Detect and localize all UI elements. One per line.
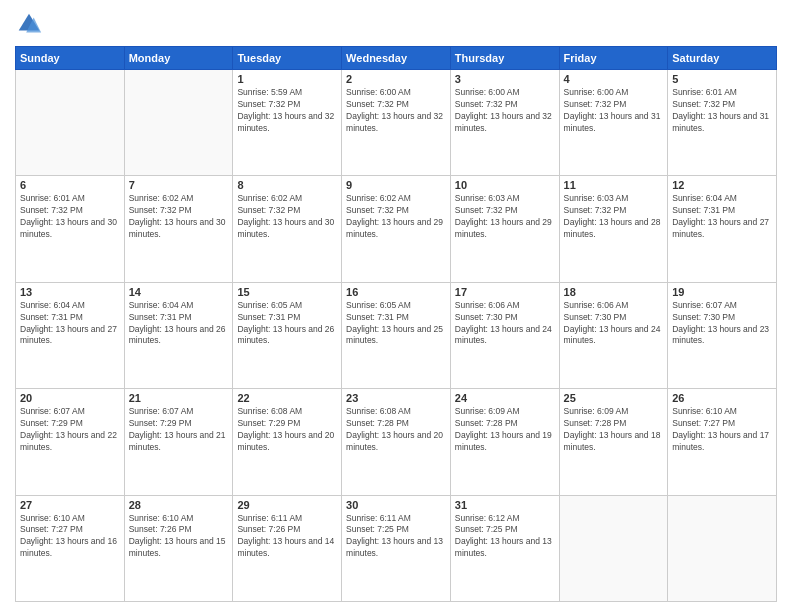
day-number: 9: [346, 179, 446, 191]
calendar-day-cell: [668, 495, 777, 601]
day-info: Sunrise: 6:08 AMSunset: 7:29 PMDaylight:…: [237, 406, 337, 454]
calendar-body: 1Sunrise: 5:59 AMSunset: 7:32 PMDaylight…: [16, 70, 777, 602]
day-info: Sunrise: 6:07 AMSunset: 7:29 PMDaylight:…: [129, 406, 229, 454]
calendar-day-cell: 23Sunrise: 6:08 AMSunset: 7:28 PMDayligh…: [342, 389, 451, 495]
calendar-day-cell: 13Sunrise: 6:04 AMSunset: 7:31 PMDayligh…: [16, 282, 125, 388]
day-number: 8: [237, 179, 337, 191]
day-info: Sunrise: 6:07 AMSunset: 7:29 PMDaylight:…: [20, 406, 120, 454]
day-number: 28: [129, 499, 229, 511]
day-info: Sunrise: 6:05 AMSunset: 7:31 PMDaylight:…: [346, 300, 446, 348]
calendar-day-cell: 15Sunrise: 6:05 AMSunset: 7:31 PMDayligh…: [233, 282, 342, 388]
day-number: 25: [564, 392, 664, 404]
day-number: 19: [672, 286, 772, 298]
calendar-day-cell: [124, 70, 233, 176]
day-info: Sunrise: 6:10 AMSunset: 7:27 PMDaylight:…: [20, 513, 120, 561]
day-number: 18: [564, 286, 664, 298]
weekday-header: Thursday: [450, 47, 559, 70]
calendar-day-cell: [16, 70, 125, 176]
calendar-header: SundayMondayTuesdayWednesdayThursdayFrid…: [16, 47, 777, 70]
day-info: Sunrise: 6:09 AMSunset: 7:28 PMDaylight:…: [564, 406, 664, 454]
day-info: Sunrise: 6:04 AMSunset: 7:31 PMDaylight:…: [20, 300, 120, 348]
calendar-week-row: 27Sunrise: 6:10 AMSunset: 7:27 PMDayligh…: [16, 495, 777, 601]
calendar-week-row: 6Sunrise: 6:01 AMSunset: 7:32 PMDaylight…: [16, 176, 777, 282]
day-info: Sunrise: 6:07 AMSunset: 7:30 PMDaylight:…: [672, 300, 772, 348]
day-number: 5: [672, 73, 772, 85]
day-number: 20: [20, 392, 120, 404]
day-info: Sunrise: 6:00 AMSunset: 7:32 PMDaylight:…: [346, 87, 446, 135]
calendar-day-cell: 14Sunrise: 6:04 AMSunset: 7:31 PMDayligh…: [124, 282, 233, 388]
day-info: Sunrise: 6:03 AMSunset: 7:32 PMDaylight:…: [455, 193, 555, 241]
day-info: Sunrise: 6:10 AMSunset: 7:27 PMDaylight:…: [672, 406, 772, 454]
calendar-day-cell: 12Sunrise: 6:04 AMSunset: 7:31 PMDayligh…: [668, 176, 777, 282]
calendar-day-cell: 5Sunrise: 6:01 AMSunset: 7:32 PMDaylight…: [668, 70, 777, 176]
day-info: Sunrise: 6:00 AMSunset: 7:32 PMDaylight:…: [564, 87, 664, 135]
calendar-week-row: 13Sunrise: 6:04 AMSunset: 7:31 PMDayligh…: [16, 282, 777, 388]
header: [15, 10, 777, 38]
day-number: 1: [237, 73, 337, 85]
calendar: SundayMondayTuesdayWednesdayThursdayFrid…: [15, 46, 777, 602]
calendar-week-row: 20Sunrise: 6:07 AMSunset: 7:29 PMDayligh…: [16, 389, 777, 495]
day-number: 30: [346, 499, 446, 511]
day-number: 26: [672, 392, 772, 404]
calendar-day-cell: 1Sunrise: 5:59 AMSunset: 7:32 PMDaylight…: [233, 70, 342, 176]
calendar-day-cell: 31Sunrise: 6:12 AMSunset: 7:25 PMDayligh…: [450, 495, 559, 601]
calendar-day-cell: 29Sunrise: 6:11 AMSunset: 7:26 PMDayligh…: [233, 495, 342, 601]
day-info: Sunrise: 6:02 AMSunset: 7:32 PMDaylight:…: [346, 193, 446, 241]
calendar-day-cell: 30Sunrise: 6:11 AMSunset: 7:25 PMDayligh…: [342, 495, 451, 601]
day-info: Sunrise: 6:10 AMSunset: 7:26 PMDaylight:…: [129, 513, 229, 561]
calendar-day-cell: 19Sunrise: 6:07 AMSunset: 7:30 PMDayligh…: [668, 282, 777, 388]
day-info: Sunrise: 6:00 AMSunset: 7:32 PMDaylight:…: [455, 87, 555, 135]
calendar-week-row: 1Sunrise: 5:59 AMSunset: 7:32 PMDaylight…: [16, 70, 777, 176]
calendar-day-cell: 8Sunrise: 6:02 AMSunset: 7:32 PMDaylight…: [233, 176, 342, 282]
day-info: Sunrise: 6:03 AMSunset: 7:32 PMDaylight:…: [564, 193, 664, 241]
calendar-day-cell: 25Sunrise: 6:09 AMSunset: 7:28 PMDayligh…: [559, 389, 668, 495]
day-number: 21: [129, 392, 229, 404]
day-info: Sunrise: 6:01 AMSunset: 7:32 PMDaylight:…: [20, 193, 120, 241]
day-number: 29: [237, 499, 337, 511]
calendar-day-cell: 21Sunrise: 6:07 AMSunset: 7:29 PMDayligh…: [124, 389, 233, 495]
day-info: Sunrise: 6:04 AMSunset: 7:31 PMDaylight:…: [672, 193, 772, 241]
calendar-day-cell: 9Sunrise: 6:02 AMSunset: 7:32 PMDaylight…: [342, 176, 451, 282]
day-info: Sunrise: 6:06 AMSunset: 7:30 PMDaylight:…: [455, 300, 555, 348]
day-number: 31: [455, 499, 555, 511]
day-number: 3: [455, 73, 555, 85]
calendar-day-cell: 11Sunrise: 6:03 AMSunset: 7:32 PMDayligh…: [559, 176, 668, 282]
calendar-day-cell: [559, 495, 668, 601]
day-info: Sunrise: 6:02 AMSunset: 7:32 PMDaylight:…: [237, 193, 337, 241]
day-info: Sunrise: 6:06 AMSunset: 7:30 PMDaylight:…: [564, 300, 664, 348]
calendar-day-cell: 17Sunrise: 6:06 AMSunset: 7:30 PMDayligh…: [450, 282, 559, 388]
day-number: 24: [455, 392, 555, 404]
calendar-day-cell: 20Sunrise: 6:07 AMSunset: 7:29 PMDayligh…: [16, 389, 125, 495]
day-info: Sunrise: 6:02 AMSunset: 7:32 PMDaylight:…: [129, 193, 229, 241]
weekday-header: Friday: [559, 47, 668, 70]
weekday-header: Wednesday: [342, 47, 451, 70]
calendar-day-cell: 6Sunrise: 6:01 AMSunset: 7:32 PMDaylight…: [16, 176, 125, 282]
day-number: 11: [564, 179, 664, 191]
logo: [15, 10, 47, 38]
calendar-day-cell: 26Sunrise: 6:10 AMSunset: 7:27 PMDayligh…: [668, 389, 777, 495]
calendar-day-cell: 7Sunrise: 6:02 AMSunset: 7:32 PMDaylight…: [124, 176, 233, 282]
page: SundayMondayTuesdayWednesdayThursdayFrid…: [0, 0, 792, 612]
day-number: 14: [129, 286, 229, 298]
day-info: Sunrise: 6:05 AMSunset: 7:31 PMDaylight:…: [237, 300, 337, 348]
day-info: Sunrise: 6:01 AMSunset: 7:32 PMDaylight:…: [672, 87, 772, 135]
weekday-header: Tuesday: [233, 47, 342, 70]
day-number: 16: [346, 286, 446, 298]
day-number: 27: [20, 499, 120, 511]
calendar-day-cell: 22Sunrise: 6:08 AMSunset: 7:29 PMDayligh…: [233, 389, 342, 495]
weekday-header: Sunday: [16, 47, 125, 70]
day-number: 10: [455, 179, 555, 191]
day-info: Sunrise: 6:08 AMSunset: 7:28 PMDaylight:…: [346, 406, 446, 454]
calendar-day-cell: 27Sunrise: 6:10 AMSunset: 7:27 PMDayligh…: [16, 495, 125, 601]
calendar-day-cell: 16Sunrise: 6:05 AMSunset: 7:31 PMDayligh…: [342, 282, 451, 388]
day-number: 17: [455, 286, 555, 298]
day-info: Sunrise: 6:12 AMSunset: 7:25 PMDaylight:…: [455, 513, 555, 561]
logo-icon: [15, 10, 43, 38]
weekday-header: Saturday: [668, 47, 777, 70]
day-number: 7: [129, 179, 229, 191]
calendar-day-cell: 10Sunrise: 6:03 AMSunset: 7:32 PMDayligh…: [450, 176, 559, 282]
weekday-row: SundayMondayTuesdayWednesdayThursdayFrid…: [16, 47, 777, 70]
day-number: 15: [237, 286, 337, 298]
calendar-day-cell: 2Sunrise: 6:00 AMSunset: 7:32 PMDaylight…: [342, 70, 451, 176]
day-number: 22: [237, 392, 337, 404]
